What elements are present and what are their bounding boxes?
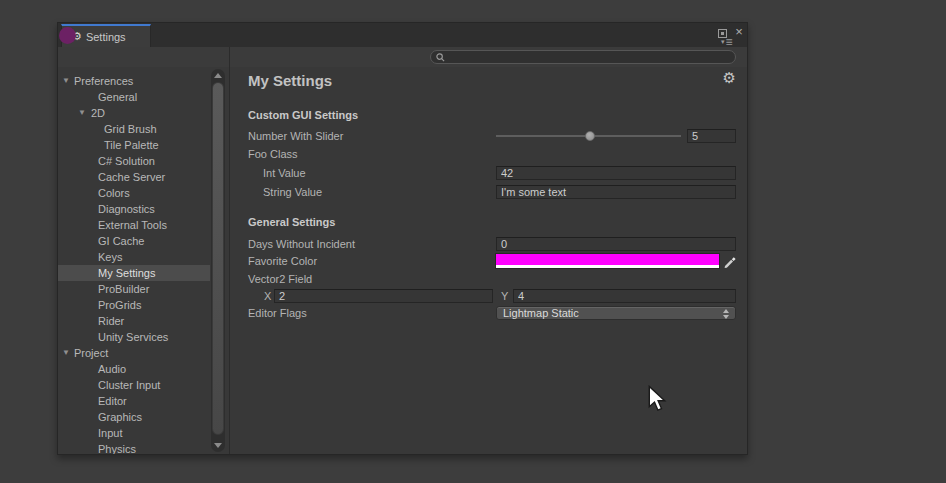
number-slider-track[interactable] <box>496 135 681 137</box>
editor-flags-label: Editor Flags <box>248 306 307 320</box>
settings-tree: ▼ Preferences General ▼ 2D Grid Brush Ti… <box>58 67 229 454</box>
toolbar <box>58 47 747 68</box>
window-menu-icon[interactable]: ▾ ≡ <box>721 36 733 47</box>
sidebar-item-grid-brush[interactable]: Grid Brush <box>58 121 210 137</box>
eyedropper-icon[interactable] <box>723 253 737 268</box>
string-value-field[interactable] <box>496 185 736 199</box>
vector2-y-label: Y <box>501 289 508 303</box>
sidebar-item-progrids[interactable]: ProGrids <box>58 297 210 313</box>
section-custom-gui-settings: Custom GUI Settings <box>248 109 358 121</box>
number-slider-value-field[interactable] <box>687 129 736 143</box>
search-input[interactable] <box>449 52 719 63</box>
search-icon <box>436 53 445 62</box>
dropdown-selected-value: Lightmap Static <box>503 307 579 319</box>
tree-list: ▼ Preferences General ▼ 2D Grid Brush Ti… <box>58 73 229 454</box>
days-without-incident-field[interactable] <box>496 237 736 251</box>
foo-class-label: Foo Class <box>248 147 298 161</box>
expander-icon[interactable]: ▼ <box>78 105 86 121</box>
close-icon[interactable]: × <box>732 24 746 40</box>
sidebar-scrollbar[interactable] <box>211 69 225 452</box>
int-value-field[interactable] <box>496 166 736 180</box>
favorite-color-swatch[interactable] <box>496 254 719 268</box>
tab-label: Settings <box>86 31 126 43</box>
sidebar-item-2d[interactable]: ▼ 2D <box>58 105 210 121</box>
dropdown-arrows-icon <box>722 308 730 320</box>
panel-gear-icon[interactable]: ⚙ <box>723 69 736 87</box>
number-with-slider-label: Number With Slider <box>248 129 343 143</box>
sidebar-item-input[interactable]: Input <box>58 425 210 441</box>
sidebar-item-unity-services[interactable]: Unity Services <box>58 329 210 345</box>
sidebar-item-graphics[interactable]: Graphics <box>58 409 210 425</box>
days-without-incident-label: Days Without Incident <box>248 237 355 251</box>
string-value-label: String Value <box>263 185 322 199</box>
sidebar-item-rider[interactable]: Rider <box>58 313 210 329</box>
settings-panel: My Settings ⚙ Custom GUI Settings Number… <box>230 67 747 454</box>
expander-icon[interactable]: ▼ <box>62 73 70 89</box>
vector2-field-label: Vector2 Field <box>248 272 312 286</box>
expander-icon[interactable]: ▼ <box>62 345 70 361</box>
sidebar-item-diagnostics[interactable]: Diagnostics <box>58 201 210 217</box>
menu-caret-icon: ▾ <box>721 38 725 46</box>
search-box[interactable] <box>430 50 736 64</box>
sidebar-item-physics[interactable]: Physics <box>58 441 210 454</box>
int-value-label: Int Value <box>263 166 306 180</box>
vector2-x-label: X <box>264 289 271 303</box>
sidebar-item-probuilder[interactable]: ProBuilder <box>58 281 210 297</box>
vector2-x-field[interactable] <box>274 289 493 303</box>
sidebar-item-keys[interactable]: Keys <box>58 249 210 265</box>
sidebar-item-preferences[interactable]: ▼ Preferences <box>58 73 210 89</box>
plum-dot-icon <box>59 27 76 44</box>
sidebar-item-colors[interactable]: Colors <box>58 185 210 201</box>
settings-window: ⚙ Settings × ▾ ≡ ▼ Preferences <box>57 22 748 455</box>
sidebar-item-project[interactable]: ▼ Project <box>58 345 210 361</box>
sidebar-item-cache-server[interactable]: Cache Server <box>58 169 210 185</box>
sidebar-item-audio[interactable]: Audio <box>58 361 210 377</box>
sidebar-item-cluster-input[interactable]: Cluster Input <box>58 377 210 393</box>
sidebar-item-gi-cache[interactable]: GI Cache <box>58 233 210 249</box>
desktop: { "icons": { "gear": "⚙", "close": "×", … <box>0 0 946 483</box>
sidebar-item-editor[interactable]: Editor <box>58 393 210 409</box>
editor-flags-dropdown[interactable]: Lightmap Static <box>496 306 736 320</box>
section-general-settings: General Settings <box>248 216 335 228</box>
scroll-down-icon[interactable] <box>214 443 222 448</box>
scroll-up-icon[interactable] <box>214 73 222 78</box>
tab-bar: ⚙ Settings × ▾ ≡ <box>58 23 747 48</box>
scrollbar-thumb[interactable] <box>212 82 224 435</box>
number-slider-thumb[interactable] <box>585 131 595 141</box>
sidebar-item-csharp-solution[interactable]: C# Solution <box>58 153 210 169</box>
sidebar-item-my-settings[interactable]: My Settings <box>58 265 210 281</box>
sidebar-item-external-tools[interactable]: External Tools <box>58 217 210 233</box>
page-title: My Settings <box>248 72 332 89</box>
favorite-color-label: Favorite Color <box>248 254 317 268</box>
vector2-y-field[interactable] <box>513 289 736 303</box>
sidebar-item-tile-palette[interactable]: Tile Palette <box>58 137 210 153</box>
sidebar-item-general[interactable]: General <box>58 89 210 105</box>
